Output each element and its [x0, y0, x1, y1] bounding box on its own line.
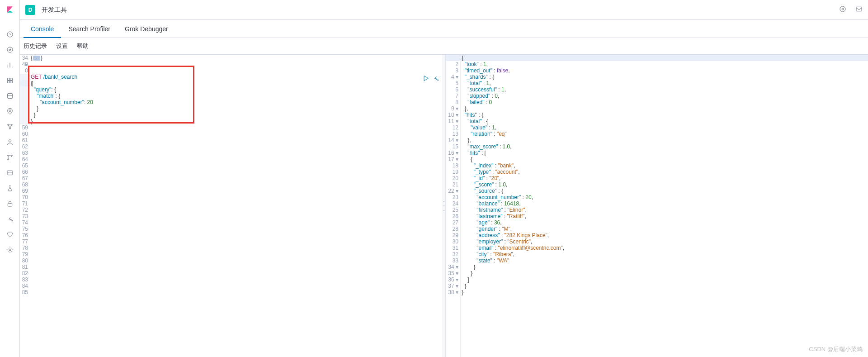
svg-rect-16 [8, 203, 12, 206]
card-icon[interactable] [6, 169, 14, 177]
svg-rect-3 [10, 78, 12, 81]
wrench-icon[interactable] [6, 215, 14, 223]
svg-rect-6 [7, 94, 12, 99]
flask-icon[interactable] [6, 184, 14, 192]
submenu-item[interactable]: 历史记录 [24, 42, 47, 50]
response-viewer[interactable]: 1 ▾234 ▾56789 ▾10 ▾11 ▾121314 ▾1516 ▾17 … [445, 55, 868, 357]
svg-rect-2 [7, 78, 9, 81]
grid-icon[interactable] [6, 76, 14, 85]
lock-icon[interactable] [6, 200, 14, 208]
svg-rect-4 [7, 81, 9, 83]
send-request-icon[interactable] [422, 75, 429, 83]
svg-point-13 [7, 159, 9, 160]
tab-grok-debugger[interactable]: Grok Debugger [118, 20, 175, 38]
submenu-item[interactable]: 帮助 [77, 42, 89, 50]
tabs-bar: ConsoleSearch ProfilerGrok Debugger [20, 20, 868, 38]
tab-search-profiler[interactable]: Search Profiler [61, 20, 118, 38]
newsfeed-icon[interactable] [855, 5, 863, 14]
svg-point-18 [840, 6, 845, 12]
svg-point-7 [9, 110, 11, 112]
top-bar: D 开发工具 [20, 0, 868, 20]
svg-rect-20 [856, 7, 862, 11]
gear-icon[interactable] [6, 246, 14, 254]
page-title: 开发工具 [42, 6, 67, 14]
svg-point-11 [9, 140, 11, 142]
clock-icon[interactable] [6, 30, 14, 38]
svg-rect-5 [10, 81, 12, 83]
left-nav-rail [0, 0, 20, 357]
compass-icon[interactable] [6, 46, 14, 54]
workspace-badge[interactable]: D [25, 5, 35, 15]
svg-point-17 [9, 249, 11, 251]
svg-point-1 [7, 47, 13, 52]
watermark: CSDN @后端小菜鸡 [809, 345, 863, 353]
splitter-handle[interactable] [442, 199, 446, 213]
help-icon[interactable] [839, 5, 846, 14]
svg-point-19 [842, 8, 844, 10]
svg-point-12 [7, 155, 9, 157]
heart-icon[interactable] [6, 230, 14, 238]
branch-icon[interactable] [6, 153, 14, 162]
users-icon[interactable] [6, 138, 14, 146]
svg-rect-15 [7, 171, 13, 175]
tab-console[interactable]: Console [24, 20, 61, 38]
sub-menu-bar: 历史记录设置帮助 [20, 38, 868, 54]
editors-pane: 34 ▸49012 ▾3 ▾4 ▾5 ▾6 ▾7 ▾8 ▾59606162636… [20, 54, 868, 357]
main-area: D 开发工具 ConsoleSearch ProfilerGrok Debugg… [20, 0, 868, 357]
bar-chart-icon[interactable] [6, 61, 14, 69]
request-editor[interactable]: 34 ▸49012 ▾3 ▾4 ▾5 ▾6 ▾7 ▾8 ▾59606162636… [20, 55, 445, 357]
pin-icon[interactable] [6, 107, 14, 115]
submenu-item[interactable]: 设置 [56, 42, 68, 50]
layers-icon[interactable] [6, 92, 14, 100]
svg-point-10 [9, 128, 10, 129]
graph-icon[interactable] [6, 123, 14, 131]
wrench-icon[interactable] [432, 75, 439, 83]
kibana-logo-icon[interactable] [6, 5, 14, 14]
